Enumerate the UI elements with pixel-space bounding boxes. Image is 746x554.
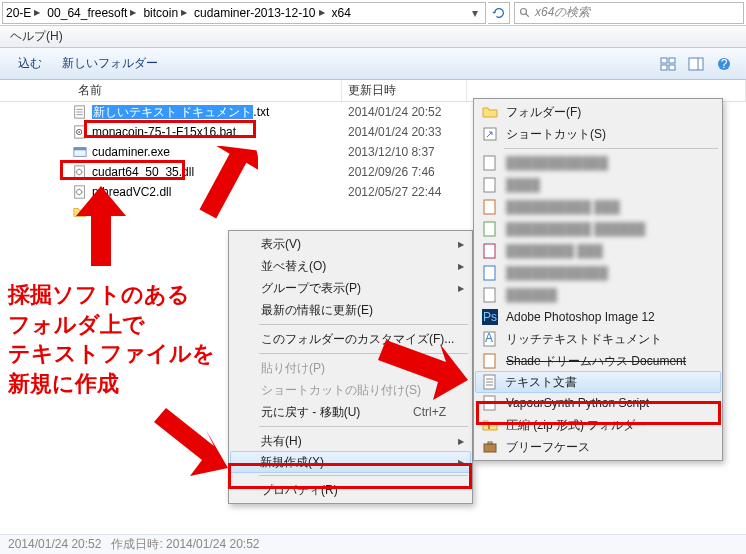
ctx-share[interactable]: 共有(H)▶ xyxy=(231,430,470,452)
sub-blur2[interactable]: ████ xyxy=(476,174,720,196)
dll-file-icon xyxy=(72,164,88,180)
sub-shortcut[interactable]: ショートカット(S) xyxy=(476,123,720,145)
svg-marker-47 xyxy=(154,408,228,476)
svg-rect-3 xyxy=(669,58,675,63)
refresh-button[interactable] xyxy=(488,2,510,24)
svg-marker-46 xyxy=(378,340,468,400)
include-button[interactable]: 込む xyxy=(8,55,52,72)
sub-briefcase[interactable]: ブリーフケース xyxy=(476,436,720,458)
sub-vapoursynth[interactable]: VapourSynth Python Script xyxy=(476,392,720,414)
svg-rect-30 xyxy=(484,288,495,302)
doc-icon xyxy=(482,199,498,215)
svg-rect-6 xyxy=(689,58,703,70)
sub-blur1[interactable]: ████████████ xyxy=(476,152,720,174)
column-date[interactable]: 更新日時 xyxy=(342,80,467,101)
sub-blur3[interactable]: ██████████ ███ xyxy=(476,196,720,218)
breadcrumb-label: cudaminer-2013-12-10 xyxy=(194,6,315,20)
breadcrumb-label: bitcoin xyxy=(143,6,178,20)
shortcut-label: Ctrl+Z xyxy=(413,405,446,419)
view-mode-button[interactable] xyxy=(656,52,680,76)
breadcrumb-item[interactable]: bitcoin▶ xyxy=(140,3,191,23)
svg-rect-43 xyxy=(488,442,492,444)
breadcrumb-label: x64 xyxy=(332,6,351,20)
sub-shade[interactable]: Shade ドリームハウス Document xyxy=(476,350,720,372)
menu-help[interactable]: ヘルプ(H) xyxy=(4,28,69,45)
ctx-view[interactable]: 表示(V)▶ xyxy=(231,233,470,255)
sub-rtf[interactable]: Aリッチテキストドキュメント xyxy=(476,328,720,350)
breadcrumb-label: 00_64_freesoft xyxy=(47,6,127,20)
svg-rect-5 xyxy=(669,65,675,70)
bat-file-icon xyxy=(72,124,88,140)
photoshop-icon: Ps xyxy=(482,309,498,325)
chevron-right-icon: ▶ xyxy=(130,8,136,17)
annotation-arrow-icon xyxy=(148,408,228,478)
file-date: 2014/01/24 20:52 xyxy=(348,105,478,119)
status-text: 2014/01/24 20:52 作成日時: 2014/01/24 20:52 xyxy=(8,536,260,553)
sub-blur7[interactable]: ██████ xyxy=(476,284,720,306)
text-file-icon xyxy=(72,104,88,120)
sub-photoshop[interactable]: PsAdobe Photoshop Image 12 xyxy=(476,306,720,328)
svg-rect-25 xyxy=(484,178,495,192)
submenu-arrow-icon: ▶ xyxy=(458,437,464,446)
rtf-icon: A xyxy=(482,331,498,347)
svg-line-1 xyxy=(526,13,529,16)
breadcrumb-item[interactable]: cudaminer-2013-12-10▶ xyxy=(191,3,328,23)
shade-icon xyxy=(482,353,498,369)
ctx-refresh[interactable]: 最新の情報に更新(E) xyxy=(231,299,470,321)
zip-icon xyxy=(482,417,498,433)
breadcrumb-item[interactable]: 20-E▶ xyxy=(3,3,44,23)
doc-icon xyxy=(482,155,498,171)
briefcase-icon xyxy=(482,439,498,455)
sub-folder[interactable]: フォルダー(F) xyxy=(476,101,720,123)
breadcrumb[interactable]: 20-E▶ 00_64_freesoft▶ bitcoin▶ cudaminer… xyxy=(2,2,486,24)
toolbar: 込む 新しいフォルダー ? xyxy=(0,48,746,80)
status-bar: 2014/01/24 20:52 作成日時: 2014/01/24 20:52 xyxy=(0,534,746,554)
preview-pane-button[interactable] xyxy=(684,52,708,76)
svg-rect-4 xyxy=(661,65,667,70)
submenu-arrow-icon: ▶ xyxy=(458,240,464,249)
ctx-properties[interactable]: プロパティ(R) xyxy=(231,479,470,501)
svg-rect-24 xyxy=(484,156,495,170)
separator xyxy=(259,324,468,325)
file-date: 2012/05/27 22:44 xyxy=(348,185,478,199)
shortcut-icon xyxy=(482,126,498,142)
file-name: monacoin-75-1-F15x16.bat xyxy=(92,125,348,139)
breadcrumb-label: 20-E xyxy=(6,6,31,20)
sub-blur4[interactable]: ██████████ ██████ xyxy=(476,218,720,240)
file-name[interactable]: 新しいテキスト ドキュメント.txt xyxy=(92,104,348,121)
svg-rect-27 xyxy=(484,222,495,236)
doc-icon xyxy=(482,243,498,259)
chevron-right-icon: ▶ xyxy=(319,8,325,17)
ctx-sort[interactable]: 並べ替え(O)▶ xyxy=(231,255,470,277)
new-folder-button[interactable]: 新しいフォルダー xyxy=(52,55,168,72)
svg-text:Ps: Ps xyxy=(483,310,497,324)
svg-rect-29 xyxy=(484,266,495,280)
sub-blur6[interactable]: ████████████ xyxy=(476,262,720,284)
refresh-icon xyxy=(492,6,506,20)
script-icon xyxy=(482,395,498,411)
help-icon[interactable]: ? xyxy=(712,52,736,76)
chevron-right-icon: ▶ xyxy=(181,8,187,17)
sub-text[interactable]: テキスト文書 xyxy=(475,371,721,393)
breadcrumb-item[interactable]: x64 xyxy=(329,3,355,23)
ctx-new[interactable]: 新規作成(X)▶ xyxy=(230,451,471,473)
separator xyxy=(259,426,468,427)
chevron-down-icon[interactable]: ▾ xyxy=(465,6,485,20)
sub-zip[interactable]: 圧縮 (zip 形式) フォルダー xyxy=(476,414,720,436)
folder-icon xyxy=(482,104,498,120)
column-name[interactable]: 名前 xyxy=(72,80,342,101)
file-date: 2013/12/10 8:37 xyxy=(348,145,478,159)
sub-blur5[interactable]: ████████ ███ xyxy=(476,240,720,262)
submenu-arrow-icon: ▶ xyxy=(458,284,464,293)
separator xyxy=(504,148,718,149)
search-icon xyxy=(519,7,531,19)
menubar: ヘルプ(H) xyxy=(0,26,746,48)
ctx-undo[interactable]: 元に戻す - 移動(U)Ctrl+Z xyxy=(231,401,470,423)
svg-rect-26 xyxy=(484,200,495,214)
breadcrumb-item[interactable]: 00_64_freesoft▶ xyxy=(44,3,140,23)
search-input[interactable]: x64の検索 xyxy=(514,2,744,24)
address-bar: 20-E▶ 00_64_freesoft▶ bitcoin▶ cudaminer… xyxy=(0,0,746,26)
doc-icon xyxy=(482,265,498,281)
svg-rect-42 xyxy=(484,444,496,452)
ctx-group[interactable]: グループで表示(P)▶ xyxy=(231,277,470,299)
